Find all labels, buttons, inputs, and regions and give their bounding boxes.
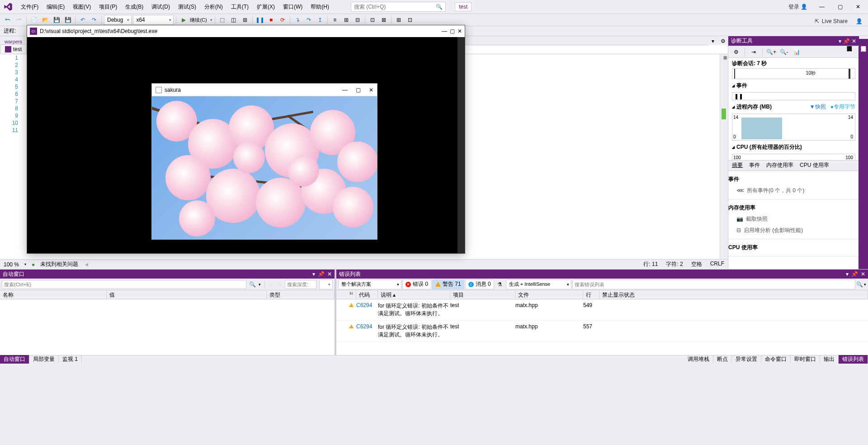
save-icon[interactable]: 💾 (52, 15, 61, 25)
tab-events[interactable]: 事件 (749, 161, 760, 169)
snapshot-link[interactable]: 📷截取快照 (728, 213, 859, 225)
warnings-filter[interactable]: 警告 71 (432, 279, 464, 289)
export-icon[interactable]: ⇥ (749, 47, 759, 57)
nav-back-icon[interactable]: ⮪ (3, 15, 13, 25)
pause-icon[interactable]: ❚❚ (255, 15, 265, 25)
menu-build[interactable]: 生成(B) (122, 1, 147, 13)
depth-input[interactable] (285, 280, 316, 289)
minimize-icon[interactable]: — (442, 28, 447, 34)
open-icon[interactable]: 📂 (40, 15, 50, 25)
tb-icon-d[interactable]: ⊡ (368, 15, 377, 25)
menu-file[interactable]: 文件(F) (17, 1, 42, 13)
col-file[interactable]: 文件 (515, 290, 583, 299)
tab-watch[interactable]: 监视 1 (59, 355, 82, 364)
sign-in-button[interactable]: 登录 👤 (786, 2, 810, 12)
continue-label[interactable]: 继续(C) (190, 17, 207, 24)
maximize-icon[interactable]: ▢ (356, 87, 361, 93)
tab-command[interactable]: 命令窗口 (761, 355, 791, 364)
tb-icon-a[interactable]: ≡ (330, 15, 340, 25)
tab-callstack[interactable]: 调用堆栈 (684, 355, 713, 364)
error-row[interactable]: C6294 for 循环定义错误: 初始条件不满足测试。循环体未执行。 test… (336, 321, 868, 342)
maximize-button[interactable]: ▢ (834, 2, 846, 11)
live-share[interactable]: ⇱ Live Share 👤 (815, 18, 863, 24)
menu-test[interactable]: 测试(S) (175, 1, 200, 13)
console-window[interactable]: C\ D:\visual stdio\project_m\test\x64\De… (27, 25, 465, 254)
tab-memory[interactable]: 内存使用率 (766, 161, 793, 169)
tab-summary[interactable]: 摘要 (732, 161, 743, 169)
col-value[interactable]: 值 (107, 290, 267, 299)
line-ending[interactable]: CRLF (710, 260, 724, 268)
close-panel-icon[interactable]: ✕ (852, 38, 856, 44)
nav-fwd-icon[interactable]: ⮫ (14, 15, 24, 25)
search-icon[interactable]: 🔍 (249, 281, 256, 288)
console-title-bar[interactable]: C\ D:\visual stdio\project_m\test\x64\De… (27, 25, 465, 37)
error-code[interactable]: C6294 (356, 323, 378, 330)
pin-icon[interactable]: 📌 (851, 271, 858, 277)
heap-link[interactable]: ⊟启用堆分析 (会影响性能) (728, 225, 859, 236)
expand-icon[interactable]: ⊞ (723, 55, 727, 60)
config-dropdown[interactable]: Debug (104, 15, 132, 25)
menu-analyze[interactable]: 分析(N) (201, 1, 226, 13)
tab-exception[interactable]: 异常设置 (732, 355, 761, 364)
tb-icon-2[interactable]: ◫ (229, 15, 239, 25)
col-icon[interactable]: ⁵⁾ (336, 290, 356, 299)
cpu-section[interactable]: CPU (所有处理器的百分比) (732, 142, 855, 153)
sakura-title-bar[interactable]: sakura — ▢ ✕ (152, 84, 377, 96)
errors-filter[interactable]: ✕错误 0 (402, 279, 431, 289)
col-line[interactable]: 行 (583, 290, 599, 299)
continue-button[interactable]: ▶ (179, 15, 189, 25)
nav-left-icon[interactable]: ◄ (84, 261, 89, 268)
tb-icon-g[interactable]: ⊡ (405, 15, 415, 25)
col-name[interactable]: 名称 (0, 290, 107, 299)
close-icon[interactable]: ✕ (458, 28, 462, 34)
all-events-link[interactable]: ⋘所有事件(0 个，共 0 个) (728, 185, 859, 196)
quick-search[interactable]: 🔍 (351, 2, 446, 12)
error-code[interactable]: C6294 (356, 302, 378, 308)
timeline-ruler[interactable]: 10秒 (732, 68, 855, 79)
col-desc[interactable]: 说明 ▴ (378, 290, 450, 299)
menu-view[interactable]: 视图(V) (69, 1, 94, 13)
col-code[interactable]: 代码 (356, 290, 378, 299)
dropdown-icon[interactable]: ▾ (839, 38, 841, 44)
menu-help[interactable]: 帮助(H) (307, 1, 333, 13)
menu-project[interactable]: 项目(P) (95, 1, 121, 13)
tb-icon-1[interactable]: ⬚ (217, 15, 227, 25)
undo-icon[interactable]: ↶ (78, 15, 88, 25)
col-type[interactable]: 类型 (267, 290, 335, 299)
zoom-level[interactable]: 100 % (4, 261, 19, 268)
tb-icon-3[interactable]: ⊞ (240, 15, 250, 25)
sakura-window[interactable]: sakura — ▢ ✕ (151, 83, 377, 240)
indent-mode[interactable]: 空格 (691, 260, 702, 268)
tab-solution-explorer[interactable]: 解决方案资源管理器 (859, 39, 868, 269)
quick-search-input[interactable] (354, 4, 436, 10)
stop-icon[interactable]: ■ (266, 15, 276, 25)
tab-breakpoints[interactable]: 断点 (713, 355, 732, 364)
error-search-input[interactable] (572, 279, 855, 289)
gear-icon[interactable]: ⚙ (718, 37, 728, 45)
close-icon[interactable]: ✕ (327, 271, 332, 277)
file-tab-test[interactable]: test (0, 44, 27, 54)
close-icon[interactable]: ✕ (369, 87, 373, 93)
search-icon[interactable]: 🔍 (856, 281, 863, 288)
col-proj[interactable]: 项目 (450, 290, 515, 299)
gear-icon[interactable]: ⚙ (731, 47, 741, 57)
dropdown-icon[interactable]: ▾ (312, 271, 315, 277)
source-dropdown[interactable]: 生成 + IntelliSense (506, 279, 571, 289)
chart-icon[interactable]: 📊 (792, 47, 802, 57)
menu-window[interactable]: 窗口(W) (279, 1, 306, 13)
menu-debug[interactable]: 调试(D) (148, 1, 174, 13)
messages-filter[interactable]: i消息 0 (465, 279, 494, 289)
tab-cpu[interactable]: CPU 使用率 (800, 161, 829, 169)
console-scrollbar[interactable] (458, 37, 465, 253)
save-all-icon[interactable]: 💾 (63, 15, 73, 25)
step-over-icon[interactable]: ↷ (304, 15, 314, 25)
tb-icon-c[interactable]: ⊟ (353, 15, 363, 25)
depth-dropdown[interactable] (319, 279, 333, 289)
minimize-icon[interactable]: — (342, 87, 348, 93)
tab-errors[interactable]: 错误列表 (839, 355, 868, 364)
menu-edit[interactable]: 编辑(E) (43, 1, 68, 13)
pin-icon[interactable]: 📌 (843, 38, 850, 44)
error-row[interactable]: C6294 for 循环定义错误: 初始条件不满足测试。循环体未执行。 test… (336, 299, 868, 321)
filter-icon[interactable]: ⚗ (495, 279, 505, 289)
platform-dropdown[interactable]: x64 (133, 15, 174, 25)
